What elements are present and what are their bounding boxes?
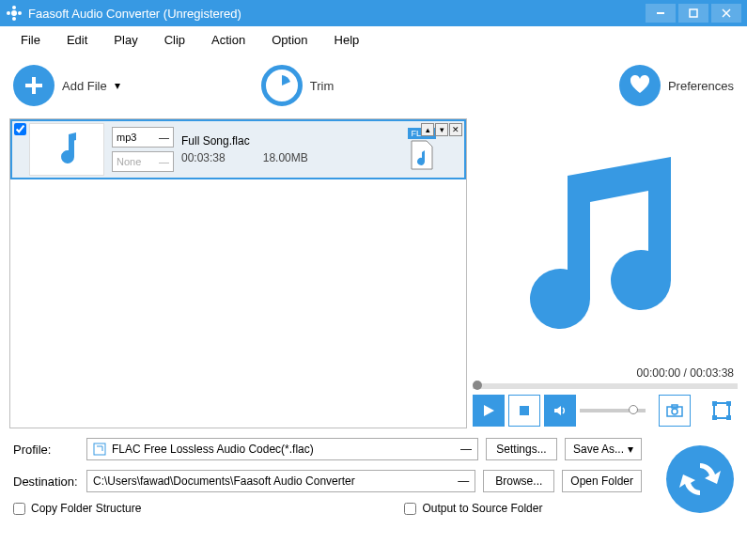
svg-point-13 <box>672 409 677 414</box>
volume-slider[interactable] <box>580 409 646 412</box>
settings-button[interactable]: Settings... <box>486 438 557 460</box>
menu-action[interactable]: Action <box>198 29 258 51</box>
plus-icon <box>13 65 54 106</box>
copy-folder-checkbox[interactable]: Copy Folder Structure <box>13 502 141 515</box>
file-name: Full Song.flac <box>181 134 308 148</box>
svg-rect-19 <box>726 415 731 420</box>
volume-button[interactable] <box>544 395 576 427</box>
chevron-down-icon: ▾ <box>115 79 120 92</box>
svg-rect-20 <box>94 443 105 455</box>
chevron-down-icon: — <box>458 474 469 488</box>
file-duration: 00:03:38 <box>181 151 226 164</box>
convert-button[interactable] <box>666 445 734 513</box>
browse-button[interactable]: Browse... <box>483 470 554 492</box>
app-logo-icon <box>6 5 23 22</box>
play-button[interactable] <box>473 395 505 427</box>
svg-rect-6 <box>690 9 697 17</box>
flac-icon <box>93 443 106 456</box>
menu-play[interactable]: Play <box>101 29 150 51</box>
svg-point-2 <box>18 11 22 15</box>
svg-rect-17 <box>726 401 731 406</box>
menu-edit[interactable]: Edit <box>54 29 101 51</box>
window-title: Faasoft Audio Converter (Unregistered) <box>28 7 241 21</box>
svg-rect-18 <box>712 415 717 420</box>
svg-point-0 <box>11 10 17 16</box>
maximize-button[interactable] <box>678 4 708 23</box>
row-down-button[interactable]: ▾ <box>435 123 448 136</box>
menu-option[interactable]: Option <box>258 29 320 51</box>
stop-button[interactable] <box>508 395 540 427</box>
heart-icon <box>619 65 661 106</box>
destination-field[interactable]: C:\Users\fawad\Documents\Faasoft Audio C… <box>86 470 475 492</box>
save-as-button[interactable]: Save As...▾ <box>565 438 642 460</box>
menu-help[interactable]: Help <box>321 29 373 51</box>
output-source-checkbox[interactable]: Output to Source Folder <box>404 502 542 515</box>
refresh-icon <box>677 456 724 503</box>
trim-label: Trim <box>310 79 335 93</box>
format-dropdown[interactable]: mp3— <box>112 127 174 148</box>
minimize-button[interactable] <box>646 4 676 23</box>
add-file-button[interactable]: Add File ▾ <box>13 65 120 106</box>
svg-rect-11 <box>520 406 529 415</box>
effect-dropdown[interactable]: None— <box>112 151 174 172</box>
svg-point-3 <box>12 6 16 9</box>
preferences-button[interactable]: Preferences <box>619 65 734 106</box>
add-file-label: Add File <box>62 79 107 93</box>
file-checkbox[interactable] <box>14 123 26 135</box>
destination-label: Destination: <box>13 474 79 489</box>
file-row[interactable]: mp3— None— Full Song.flac 00:03:38 18.00… <box>10 119 466 179</box>
fullscreen-button[interactable] <box>706 395 738 427</box>
file-list: mp3— None— Full Song.flac 00:03:38 18.00… <box>9 118 467 428</box>
menu-clip[interactable]: Clip <box>151 29 198 51</box>
close-button[interactable] <box>711 4 741 23</box>
row-up-button[interactable]: ▴ <box>421 123 434 136</box>
svg-point-4 <box>12 17 16 21</box>
profile-dropdown[interactable]: FLAC Free Lossless Audio Codec(*.flac) — <box>86 438 478 460</box>
music-note-icon <box>502 138 708 345</box>
snapshot-button[interactable] <box>659 395 691 427</box>
svg-point-1 <box>7 11 10 15</box>
trim-button[interactable]: Trim <box>261 65 335 106</box>
trim-icon <box>261 65 303 106</box>
open-folder-button[interactable]: Open Folder <box>562 470 642 492</box>
preferences-label: Preferences <box>668 79 734 93</box>
svg-rect-16 <box>712 401 717 406</box>
preview-pane <box>473 118 738 365</box>
chevron-down-icon: — <box>460 443 472 456</box>
profile-label: Profile: <box>13 443 79 457</box>
menu-file[interactable]: File <box>8 29 54 51</box>
file-size: 18.00MB <box>263 151 308 164</box>
time-display: 00:00:00 / 00:03:38 <box>473 365 738 381</box>
row-remove-button[interactable]: ✕ <box>449 123 462 136</box>
seek-slider[interactable] <box>473 383 738 389</box>
file-thumbnail <box>29 123 104 176</box>
